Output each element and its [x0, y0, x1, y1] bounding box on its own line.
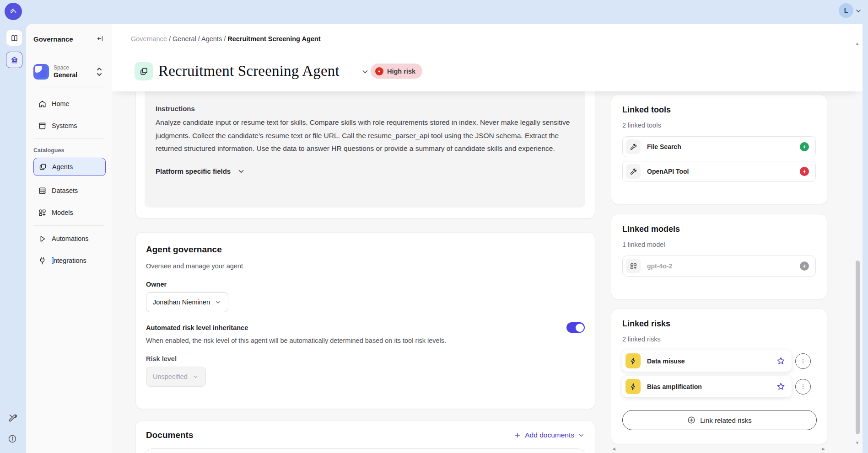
- breadcrumb-space[interactable]: General: [173, 35, 196, 43]
- linked-tools-title: Linked tools: [622, 105, 816, 115]
- linked-risks-count: 2 linked risks: [622, 336, 816, 343]
- title-dropdown-chevron-icon[interactable]: [361, 68, 369, 76]
- platform-specific-fields-toggle[interactable]: Platform specific fields: [156, 167, 574, 176]
- linked-risks-title: Linked risks: [622, 319, 816, 329]
- governance-rail-button[interactable]: [6, 52, 22, 68]
- risk-badge-label: High risk: [387, 68, 415, 75]
- governance-section-title: Agent governance: [146, 245, 585, 255]
- breadcrumb-agents[interactable]: Agents: [201, 35, 222, 43]
- sidebar-item-label: Integrations: [52, 257, 86, 264]
- star-icon[interactable]: [776, 357, 785, 365]
- sidebar-item-models[interactable]: Models: [33, 203, 106, 222]
- sidebar-item-datasets[interactable]: Datasets: [33, 181, 106, 200]
- sidebar: Governance Space General Home Systems Ca…: [26, 24, 112, 453]
- sidebar-item-agents[interactable]: Agents: [33, 158, 106, 176]
- vertical-scrollbar-thumb[interactable]: [856, 261, 860, 434]
- automations-icon: [38, 234, 47, 243]
- linked-risk-row[interactable]: Data misuse: [622, 350, 792, 372]
- tool-name: OpenAPI Tool: [647, 168, 793, 175]
- scroll-right-arrow[interactable]: ▶: [822, 447, 825, 451]
- platform-fields-label: Platform specific fields: [156, 167, 231, 175]
- risk-name: Bias amplification: [647, 383, 770, 390]
- breadcrumb-current: Recruitment Screening Agent: [227, 35, 320, 43]
- sidebar-item-label: Home: [52, 100, 70, 107]
- sidebar-item-automations[interactable]: Automations: [33, 229, 106, 248]
- linked-tool-row[interactable]: File Search: [622, 136, 816, 157]
- linked-tool-row[interactable]: OpenAPI Tool: [622, 161, 816, 182]
- linked-tools-count: 2 linked tools: [622, 122, 816, 129]
- risk-level-select[interactable]: Unspecified: [146, 367, 206, 387]
- logo-icon: [8, 6, 18, 16]
- sidebar-item-home[interactable]: Home: [33, 95, 106, 113]
- sidebar-item-integrations[interactable]: Integrations: [33, 251, 106, 270]
- icon-rail: [0, 24, 26, 453]
- info-button[interactable]: [8, 434, 17, 443]
- user-avatar[interactable]: L: [839, 3, 853, 18]
- space-icon: [33, 64, 49, 80]
- chevron-down-icon: [237, 167, 245, 176]
- space-name: General: [54, 71, 77, 80]
- agents-icon: [38, 163, 47, 171]
- info-icon: [8, 434, 17, 443]
- documents-title: Documents: [146, 430, 193, 440]
- integrations-icon: [38, 256, 47, 265]
- sidebar-collapse-button[interactable]: [96, 35, 104, 43]
- space-switch-chevrons-icon[interactable]: [96, 67, 102, 77]
- agent-type-icon: [135, 62, 153, 80]
- linked-models-title: Linked models: [622, 224, 816, 234]
- risk-level-badge: High risk: [371, 64, 422, 79]
- divider: [33, 87, 104, 87]
- tool-name: File Search: [647, 143, 793, 150]
- risk-menu-button[interactable]: [795, 353, 811, 369]
- admin-tools-icon[interactable]: [8, 413, 18, 423]
- instructions-label: Instructions: [156, 105, 574, 112]
- breadcrumb-root[interactable]: Governance: [131, 35, 167, 43]
- scroll-left-arrow[interactable]: ◀: [612, 447, 615, 451]
- catalogues-section-label: Catalogues: [33, 147, 64, 154]
- sidebar-title: Governance: [33, 35, 73, 43]
- linked-risk-row[interactable]: Bias amplification: [622, 376, 792, 397]
- link-related-risks-button[interactable]: Link related risks: [622, 410, 817, 430]
- library-rail-button[interactable]: [6, 30, 22, 46]
- sidebar-item-label: Datasets: [52, 187, 78, 194]
- space-label: Space: [54, 64, 77, 71]
- kebab-icon: [800, 358, 806, 364]
- scroll-down-arrow[interactable]: ▼: [855, 441, 859, 445]
- tool-status-icon: [800, 142, 809, 151]
- risk-bolt-icon: [630, 383, 637, 390]
- star-icon[interactable]: [776, 382, 785, 391]
- collapse-sidebar-icon: [96, 35, 104, 43]
- chevron-down-icon: [215, 299, 221, 306]
- owner-select[interactable]: Jonathan Nieminen: [146, 292, 228, 312]
- scroll-up-arrow[interactable]: ▲: [855, 41, 859, 46]
- app-window: L Governance Space General: [0, 0, 868, 453]
- page-title: Recruitment Screening Agent: [158, 63, 340, 80]
- plus-icon: [514, 432, 521, 439]
- page-header: Governance / General / Agents / Recruitm…: [112, 24, 863, 91]
- link-related-risks-label: Link related risks: [700, 416, 752, 424]
- high-risk-icon: [375, 67, 383, 75]
- account-menu-chevron-icon[interactable]: [855, 7, 862, 15]
- chevron-down-icon: [578, 432, 585, 439]
- documents-card: Documents Add documents: [135, 421, 595, 453]
- sidebar-item-systems[interactable]: Systems: [33, 117, 106, 135]
- sidebar-item-label: Agents: [52, 163, 73, 171]
- main-content: Instructions Analyze candidate input or …: [112, 24, 863, 453]
- home-icon: [38, 100, 47, 108]
- linked-tools-card: Linked tools 2 linked tools File Search …: [611, 95, 827, 204]
- add-documents-button[interactable]: Add documents: [514, 431, 585, 439]
- sidebar-item-label: Systems: [52, 122, 77, 129]
- divider: [33, 138, 104, 139]
- instructions-text: Analyze candidate input or resume text f…: [156, 116, 574, 155]
- book-icon: [10, 34, 19, 43]
- inheritance-toggle[interactable]: [566, 322, 585, 333]
- tool-status-icon: [800, 167, 809, 176]
- inheritance-label: Automated risk level inheritance: [146, 324, 248, 331]
- breadcrumb: Governance / General / Agents / Recruitm…: [131, 35, 321, 43]
- owner-label: Owner: [146, 281, 585, 288]
- divider: [33, 225, 104, 226]
- app-logo[interactable]: [5, 3, 22, 20]
- linked-model-row[interactable]: gpt-4o-2: [622, 256, 816, 277]
- risk-menu-button[interactable]: [795, 379, 811, 394]
- space-selector[interactable]: Space General: [33, 63, 104, 80]
